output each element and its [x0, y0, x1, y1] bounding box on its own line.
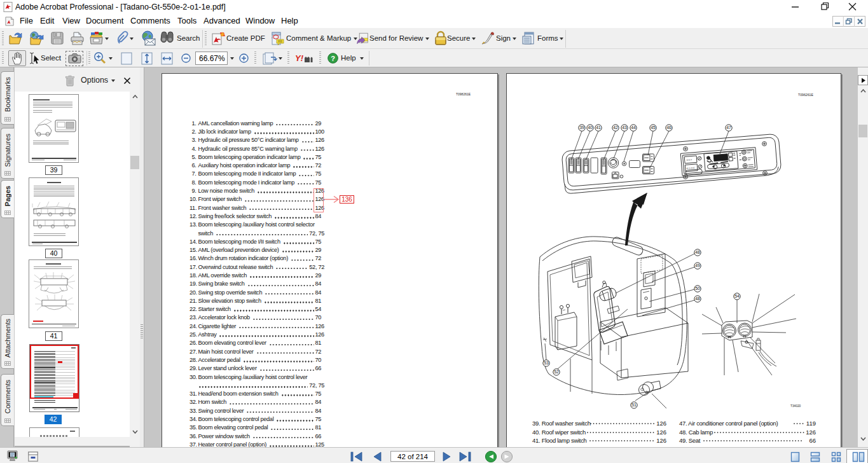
- svg-text:126: 126: [656, 437, 666, 444]
- svg-text:53: 53: [544, 361, 549, 365]
- svg-text:41: 41: [596, 125, 601, 130]
- svg-text:48: 48: [695, 296, 700, 301]
- svg-text:126: 126: [656, 420, 666, 427]
- svg-text:126: 126: [656, 429, 666, 436]
- svg-text:47: 47: [726, 125, 731, 130]
- svg-text:49. Seat: 49. Seat: [679, 437, 701, 444]
- svg-text:126: 126: [806, 429, 816, 436]
- svg-text:46: 46: [666, 125, 672, 130]
- svg-text:48. Cab lamp: 48. Cab lamp: [679, 429, 713, 436]
- svg-text:50: 50: [695, 286, 700, 291]
- svg-text:40. Roof wiper switch: 40. Roof wiper switch: [532, 429, 586, 436]
- svg-text:49: 49: [695, 263, 700, 268]
- svg-text:?: ?: [331, 55, 335, 62]
- svg-text:52: 52: [554, 370, 559, 374]
- svg-text:119: 119: [806, 420, 816, 427]
- svg-text:41. Flood lamp switch: 41. Flood lamp switch: [532, 437, 587, 444]
- svg-text:47. Air conditioner control pa: 47. Air conditioner control panel (optio…: [679, 420, 778, 427]
- svg-text:45: 45: [651, 125, 656, 130]
- svg-text:44: 44: [631, 125, 636, 130]
- svg-text:M O D E: M O D E: [686, 167, 695, 170]
- svg-text:D E F: D E F: [686, 158, 692, 162]
- svg-text:42: 42: [613, 125, 618, 130]
- svg-text:39: 39: [579, 125, 584, 130]
- svg-text:T096261E: T096261E: [798, 93, 813, 97]
- svg-text:T34020: T34020: [790, 404, 801, 408]
- svg-text:40: 40: [588, 125, 593, 130]
- svg-text:39. Roof washer switch: 39. Roof washer switch: [532, 420, 591, 427]
- svg-text:43: 43: [622, 125, 627, 130]
- svg-text:54: 54: [734, 294, 740, 298]
- svg-text:48: 48: [695, 250, 700, 254]
- svg-text:66: 66: [809, 437, 816, 444]
- svg-text:51: 51: [631, 403, 637, 407]
